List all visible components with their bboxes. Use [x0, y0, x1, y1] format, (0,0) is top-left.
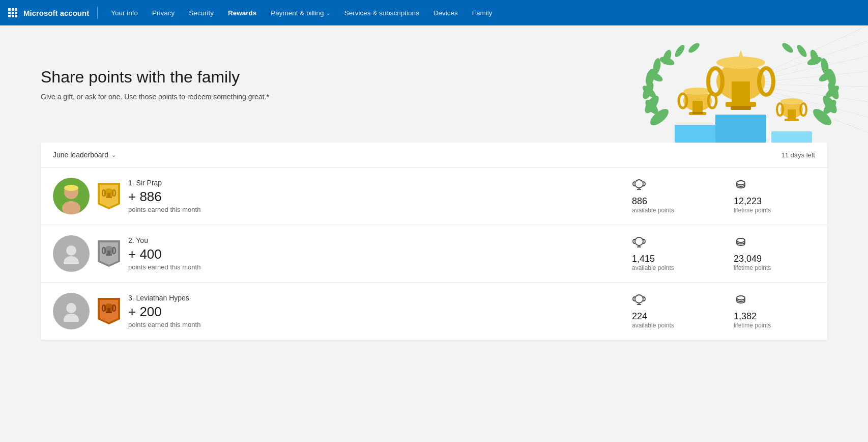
available-label-3: available points	[632, 322, 674, 329]
leaderboard-entry: 2. You + 400 points earned this month 1,…	[41, 225, 827, 283]
svg-rect-41	[675, 125, 720, 143]
trophy-icon-1	[632, 179, 646, 194]
navbar-divider	[97, 7, 98, 19]
entry-points-label-3: points earned this month	[128, 321, 612, 328]
svg-point-93	[66, 303, 76, 313]
svg-point-24	[687, 41, 701, 54]
nav-link-devices[interactable]: Devices	[426, 0, 465, 25]
nav-security[interactable]: Security	[182, 0, 221, 25]
svg-point-35	[795, 43, 808, 59]
entry-info-2: 2. You + 400 points earned this month	[128, 236, 612, 271]
svg-rect-48	[692, 112, 703, 114]
entry-info-1: 1. Sir Prap + 886 points earned this mon…	[128, 179, 612, 213]
payment-chevron-icon: ⌄	[326, 10, 330, 16]
svg-rect-1	[12, 8, 14, 11]
entry-points-earned-3: + 200	[128, 304, 612, 320]
entry-stat-available-1: 886 available points	[612, 179, 713, 214]
svg-rect-0	[8, 8, 11, 11]
nav-link-your-info[interactable]: Your info	[104, 0, 145, 25]
svg-point-23	[673, 43, 686, 59]
entry-info-3: 3. Leviathan Hypes + 200 points earned t…	[128, 294, 612, 328]
nav-privacy[interactable]: Privacy	[145, 0, 182, 25]
svg-point-54	[800, 103, 806, 116]
navbar-brand: Microsoft account	[23, 9, 89, 17]
nav-link-family[interactable]: Family	[465, 0, 500, 25]
svg-rect-99	[106, 312, 112, 313]
coins-icon-3	[734, 294, 748, 309]
lifetime-points-1: 12,223	[734, 196, 762, 207]
entry-rank-name-3: 3. Leviathan Hypes	[128, 294, 612, 302]
entry-stat-lifetime-2: 23,049 lifetime points	[713, 236, 815, 271]
nav-payment-billing[interactable]: Payment & billing ⌄	[264, 0, 337, 25]
entry-rank-name-1: 1. Sir Prap	[128, 179, 612, 187]
svg-point-55	[780, 98, 803, 104]
svg-point-68	[64, 185, 78, 191]
nav-services-subscriptions[interactable]: Services & subscriptions	[337, 0, 426, 25]
nav-link-rewards[interactable]: Rewards	[221, 0, 264, 25]
leaderboard-entry: 3. Leviathan Hypes + 200 points earned t…	[41, 283, 827, 340]
svg-rect-98	[107, 308, 110, 312]
svg-rect-49	[771, 131, 812, 143]
nav-rewards[interactable]: Rewards	[221, 0, 264, 25]
available-label-2: available points	[632, 264, 674, 271]
svg-point-94	[64, 314, 79, 322]
leaderboard-title-wrapper[interactable]: June leaderboard ⌄	[53, 151, 116, 159]
svg-rect-72	[107, 193, 110, 197]
available-points-2: 1,415	[632, 254, 655, 264]
svg-point-81	[64, 256, 79, 264]
svg-rect-73	[106, 197, 112, 198]
svg-rect-56	[715, 115, 766, 143]
svg-point-76	[635, 180, 643, 188]
leaderboard-header: June leaderboard ⌄ 11 days left	[41, 143, 827, 168]
svg-rect-8	[15, 15, 17, 17]
lifetime-points-2: 23,049	[734, 254, 762, 264]
nav-family[interactable]: Family	[465, 0, 500, 25]
leaderboard-title: June leaderboard	[53, 151, 108, 159]
nav-link-services-subscriptions[interactable]: Services & subscriptions	[337, 0, 426, 25]
nav-your-info[interactable]: Your info	[104, 0, 145, 25]
hero-section: Share points with the family Give a gift…	[0, 25, 868, 143]
svg-point-79	[737, 181, 745, 185]
coins-icon-1	[734, 179, 748, 194]
badge-2	[98, 240, 120, 267]
svg-rect-86	[106, 254, 112, 256]
avatar-2	[53, 235, 90, 272]
entry-stat-lifetime-3: 1,382 lifetime points	[713, 294, 815, 329]
available-label-1: available points	[632, 207, 674, 214]
svg-rect-52	[785, 119, 799, 121]
avatar-1	[53, 178, 90, 214]
svg-rect-7	[12, 15, 14, 17]
svg-point-105	[737, 296, 745, 300]
lifetime-label-3: lifetime points	[734, 322, 771, 329]
nav-link-payment-billing[interactable]: Payment & billing ⌄	[264, 0, 337, 25]
nav-devices[interactable]: Devices	[426, 0, 465, 25]
svg-rect-85	[107, 251, 110, 254]
svg-rect-64	[731, 106, 751, 110]
coins-icon-2	[734, 236, 748, 252]
svg-point-53	[777, 103, 783, 116]
entry-stat-available-2: 1,415 available points	[612, 236, 713, 271]
grid-icon[interactable]	[8, 8, 17, 17]
svg-rect-4	[12, 12, 14, 14]
trophy-icon-2	[632, 236, 646, 252]
svg-point-92	[737, 238, 745, 242]
entry-points-earned-1: + 886	[128, 189, 612, 205]
svg-point-45	[679, 94, 687, 108]
entry-points-earned-2: + 400	[128, 246, 612, 262]
leaderboard-chevron-icon: ⌄	[111, 152, 116, 158]
available-points-3: 224	[632, 311, 647, 322]
trophy-svg	[614, 25, 868, 143]
leaderboard-container: June leaderboard ⌄ 11 days left	[41, 143, 827, 340]
svg-rect-2	[15, 8, 17, 11]
svg-rect-5	[15, 12, 17, 14]
nav-link-security[interactable]: Security	[182, 0, 221, 25]
svg-point-102	[635, 295, 643, 303]
available-points-1: 886	[632, 196, 647, 207]
svg-rect-58	[732, 81, 750, 102]
nav-link-privacy[interactable]: Privacy	[145, 0, 182, 25]
entry-stat-lifetime-1: 12,223 lifetime points	[713, 179, 815, 214]
leaderboard-entry: 1. Sir Prap + 886 points earned this mon…	[41, 168, 827, 225]
lifetime-label-2: lifetime points	[734, 264, 771, 271]
entry-stat-available-3: 224 available points	[612, 294, 713, 329]
svg-rect-51	[788, 109, 796, 119]
